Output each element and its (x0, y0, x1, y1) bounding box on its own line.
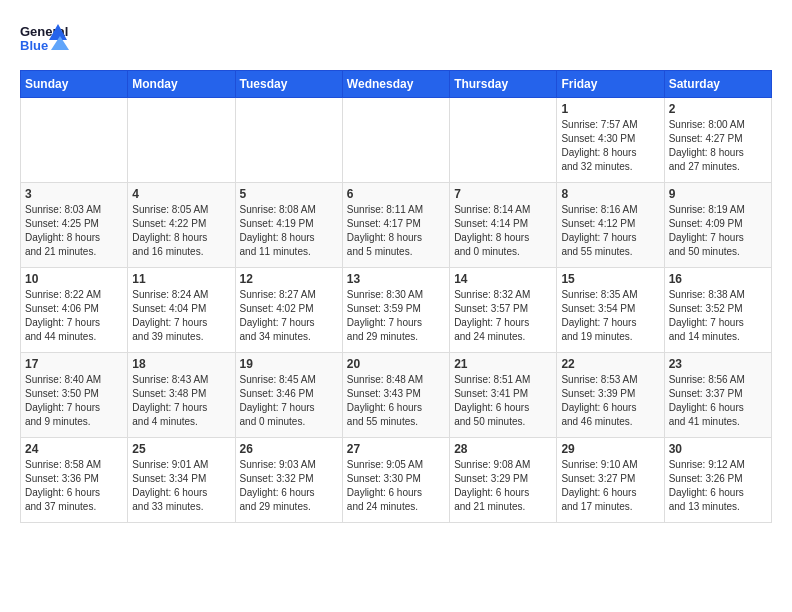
day-number: 20 (347, 357, 445, 371)
calendar-cell: 13Sunrise: 8:30 AM Sunset: 3:59 PM Dayli… (342, 268, 449, 353)
calendar-cell: 3Sunrise: 8:03 AM Sunset: 4:25 PM Daylig… (21, 183, 128, 268)
day-info: Sunrise: 8:00 AM Sunset: 4:27 PM Dayligh… (669, 118, 767, 174)
day-info: Sunrise: 8:22 AM Sunset: 4:06 PM Dayligh… (25, 288, 123, 344)
calendar-cell: 25Sunrise: 9:01 AM Sunset: 3:34 PM Dayli… (128, 438, 235, 523)
day-number: 27 (347, 442, 445, 456)
svg-text:Blue: Blue (20, 38, 48, 53)
day-number: 25 (132, 442, 230, 456)
day-number: 6 (347, 187, 445, 201)
calendar-cell (450, 98, 557, 183)
day-number: 23 (669, 357, 767, 371)
calendar-week-row: 24Sunrise: 8:58 AM Sunset: 3:36 PM Dayli… (21, 438, 772, 523)
calendar-week-row: 3Sunrise: 8:03 AM Sunset: 4:25 PM Daylig… (21, 183, 772, 268)
calendar-cell: 18Sunrise: 8:43 AM Sunset: 3:48 PM Dayli… (128, 353, 235, 438)
day-number: 3 (25, 187, 123, 201)
day-info: Sunrise: 9:12 AM Sunset: 3:26 PM Dayligh… (669, 458, 767, 514)
day-info: Sunrise: 8:45 AM Sunset: 3:46 PM Dayligh… (240, 373, 338, 429)
calendar-cell: 27Sunrise: 9:05 AM Sunset: 3:30 PM Dayli… (342, 438, 449, 523)
day-number: 17 (25, 357, 123, 371)
day-info: Sunrise: 8:05 AM Sunset: 4:22 PM Dayligh… (132, 203, 230, 259)
day-info: Sunrise: 9:01 AM Sunset: 3:34 PM Dayligh… (132, 458, 230, 514)
calendar-cell: 17Sunrise: 8:40 AM Sunset: 3:50 PM Dayli… (21, 353, 128, 438)
day-number: 1 (561, 102, 659, 116)
day-number: 19 (240, 357, 338, 371)
day-info: Sunrise: 8:19 AM Sunset: 4:09 PM Dayligh… (669, 203, 767, 259)
col-header-tuesday: Tuesday (235, 71, 342, 98)
day-number: 14 (454, 272, 552, 286)
day-info: Sunrise: 8:08 AM Sunset: 4:19 PM Dayligh… (240, 203, 338, 259)
calendar-cell: 7Sunrise: 8:14 AM Sunset: 4:14 PM Daylig… (450, 183, 557, 268)
calendar-cell: 22Sunrise: 8:53 AM Sunset: 3:39 PM Dayli… (557, 353, 664, 438)
day-info: Sunrise: 8:35 AM Sunset: 3:54 PM Dayligh… (561, 288, 659, 344)
day-number: 4 (132, 187, 230, 201)
calendar-week-row: 1Sunrise: 7:57 AM Sunset: 4:30 PM Daylig… (21, 98, 772, 183)
calendar-cell: 23Sunrise: 8:56 AM Sunset: 3:37 PM Dayli… (664, 353, 771, 438)
calendar-cell: 2Sunrise: 8:00 AM Sunset: 4:27 PM Daylig… (664, 98, 771, 183)
calendar-cell: 20Sunrise: 8:48 AM Sunset: 3:43 PM Dayli… (342, 353, 449, 438)
day-info: Sunrise: 8:58 AM Sunset: 3:36 PM Dayligh… (25, 458, 123, 514)
calendar-cell: 11Sunrise: 8:24 AM Sunset: 4:04 PM Dayli… (128, 268, 235, 353)
calendar-cell: 4Sunrise: 8:05 AM Sunset: 4:22 PM Daylig… (128, 183, 235, 268)
day-info: Sunrise: 8:11 AM Sunset: 4:17 PM Dayligh… (347, 203, 445, 259)
calendar-cell: 8Sunrise: 8:16 AM Sunset: 4:12 PM Daylig… (557, 183, 664, 268)
calendar-header-row: SundayMondayTuesdayWednesdayThursdayFrid… (21, 71, 772, 98)
calendar-cell (128, 98, 235, 183)
calendar-cell (21, 98, 128, 183)
day-info: Sunrise: 8:14 AM Sunset: 4:14 PM Dayligh… (454, 203, 552, 259)
day-info: Sunrise: 8:38 AM Sunset: 3:52 PM Dayligh… (669, 288, 767, 344)
day-info: Sunrise: 8:40 AM Sunset: 3:50 PM Dayligh… (25, 373, 123, 429)
day-number: 2 (669, 102, 767, 116)
calendar-cell: 12Sunrise: 8:27 AM Sunset: 4:02 PM Dayli… (235, 268, 342, 353)
col-header-monday: Monday (128, 71, 235, 98)
calendar-cell: 30Sunrise: 9:12 AM Sunset: 3:26 PM Dayli… (664, 438, 771, 523)
day-number: 5 (240, 187, 338, 201)
calendar-week-row: 10Sunrise: 8:22 AM Sunset: 4:06 PM Dayli… (21, 268, 772, 353)
day-info: Sunrise: 8:24 AM Sunset: 4:04 PM Dayligh… (132, 288, 230, 344)
day-info: Sunrise: 8:53 AM Sunset: 3:39 PM Dayligh… (561, 373, 659, 429)
day-number: 8 (561, 187, 659, 201)
calendar-cell: 14Sunrise: 8:32 AM Sunset: 3:57 PM Dayli… (450, 268, 557, 353)
calendar-cell: 21Sunrise: 8:51 AM Sunset: 3:41 PM Dayli… (450, 353, 557, 438)
calendar-cell: 5Sunrise: 8:08 AM Sunset: 4:19 PM Daylig… (235, 183, 342, 268)
calendar-table: SundayMondayTuesdayWednesdayThursdayFrid… (20, 70, 772, 523)
calendar-cell: 19Sunrise: 8:45 AM Sunset: 3:46 PM Dayli… (235, 353, 342, 438)
col-header-saturday: Saturday (664, 71, 771, 98)
day-number: 16 (669, 272, 767, 286)
day-number: 22 (561, 357, 659, 371)
calendar-week-row: 17Sunrise: 8:40 AM Sunset: 3:50 PM Dayli… (21, 353, 772, 438)
col-header-friday: Friday (557, 71, 664, 98)
header: GeneralBlue (20, 20, 772, 60)
day-info: Sunrise: 8:51 AM Sunset: 3:41 PM Dayligh… (454, 373, 552, 429)
day-info: Sunrise: 9:08 AM Sunset: 3:29 PM Dayligh… (454, 458, 552, 514)
day-number: 11 (132, 272, 230, 286)
day-info: Sunrise: 8:48 AM Sunset: 3:43 PM Dayligh… (347, 373, 445, 429)
day-info: Sunrise: 9:10 AM Sunset: 3:27 PM Dayligh… (561, 458, 659, 514)
calendar-cell: 29Sunrise: 9:10 AM Sunset: 3:27 PM Dayli… (557, 438, 664, 523)
day-info: Sunrise: 8:56 AM Sunset: 3:37 PM Dayligh… (669, 373, 767, 429)
calendar-cell: 1Sunrise: 7:57 AM Sunset: 4:30 PM Daylig… (557, 98, 664, 183)
day-info: Sunrise: 8:03 AM Sunset: 4:25 PM Dayligh… (25, 203, 123, 259)
day-info: Sunrise: 9:03 AM Sunset: 3:32 PM Dayligh… (240, 458, 338, 514)
day-info: Sunrise: 8:27 AM Sunset: 4:02 PM Dayligh… (240, 288, 338, 344)
calendar-cell: 6Sunrise: 8:11 AM Sunset: 4:17 PM Daylig… (342, 183, 449, 268)
day-info: Sunrise: 9:05 AM Sunset: 3:30 PM Dayligh… (347, 458, 445, 514)
day-info: Sunrise: 8:43 AM Sunset: 3:48 PM Dayligh… (132, 373, 230, 429)
day-number: 24 (25, 442, 123, 456)
calendar-cell: 26Sunrise: 9:03 AM Sunset: 3:32 PM Dayli… (235, 438, 342, 523)
col-header-thursday: Thursday (450, 71, 557, 98)
day-number: 15 (561, 272, 659, 286)
day-number: 10 (25, 272, 123, 286)
calendar-cell (342, 98, 449, 183)
calendar-cell (235, 98, 342, 183)
col-header-wednesday: Wednesday (342, 71, 449, 98)
day-number: 7 (454, 187, 552, 201)
calendar-cell: 10Sunrise: 8:22 AM Sunset: 4:06 PM Dayli… (21, 268, 128, 353)
day-info: Sunrise: 8:30 AM Sunset: 3:59 PM Dayligh… (347, 288, 445, 344)
logo-svg: GeneralBlue (20, 20, 70, 60)
day-info: Sunrise: 8:32 AM Sunset: 3:57 PM Dayligh… (454, 288, 552, 344)
calendar-cell: 9Sunrise: 8:19 AM Sunset: 4:09 PM Daylig… (664, 183, 771, 268)
calendar-cell: 15Sunrise: 8:35 AM Sunset: 3:54 PM Dayli… (557, 268, 664, 353)
day-number: 26 (240, 442, 338, 456)
day-info: Sunrise: 8:16 AM Sunset: 4:12 PM Dayligh… (561, 203, 659, 259)
day-number: 29 (561, 442, 659, 456)
